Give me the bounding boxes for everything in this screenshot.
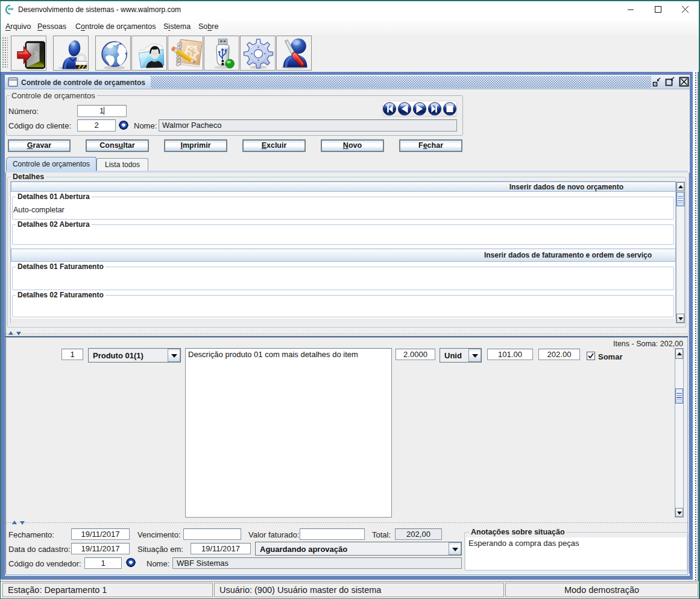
svg-text:WM: WM	[8, 7, 13, 11]
